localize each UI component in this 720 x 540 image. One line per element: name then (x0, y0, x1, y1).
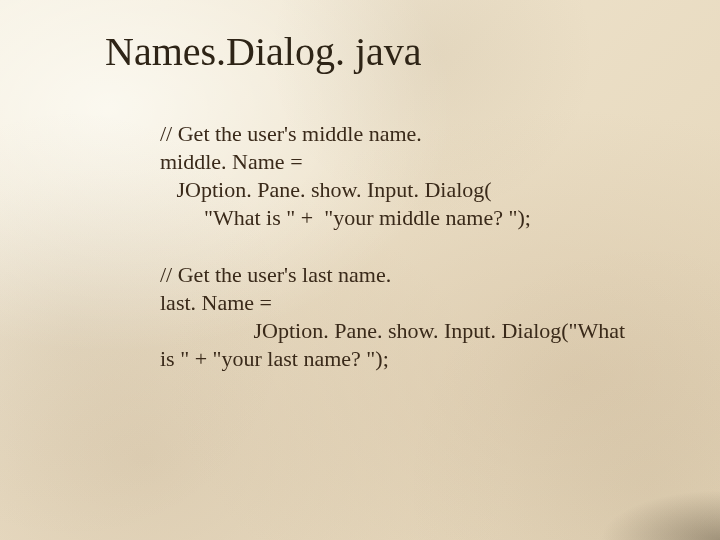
slide: Names.Dialog. java // Get the user's mid… (0, 0, 720, 540)
code-line: "What is " + "your middle name? "); (160, 204, 640, 232)
code-line: last. Name = (160, 289, 640, 317)
slide-title: Names.Dialog. java (105, 28, 422, 75)
code-block: // Get the user's middle name. middle. N… (160, 120, 640, 373)
code-line: // Get the user's middle name. (160, 120, 640, 148)
code-block-middle: // Get the user's middle name. middle. N… (160, 120, 640, 233)
code-line: JOption. Pane. show. Input. Dialog( (160, 176, 640, 204)
code-line: middle. Name = (160, 148, 640, 176)
code-block-last: // Get the user's last name. last. Name … (160, 261, 640, 374)
code-line: // Get the user's last name. (160, 261, 640, 289)
code-line: JOption. Pane. show. Input. Dialog("What (160, 317, 640, 345)
paper-edge-decoration (600, 490, 720, 540)
code-line: is " + "your last name? "); (160, 345, 640, 373)
